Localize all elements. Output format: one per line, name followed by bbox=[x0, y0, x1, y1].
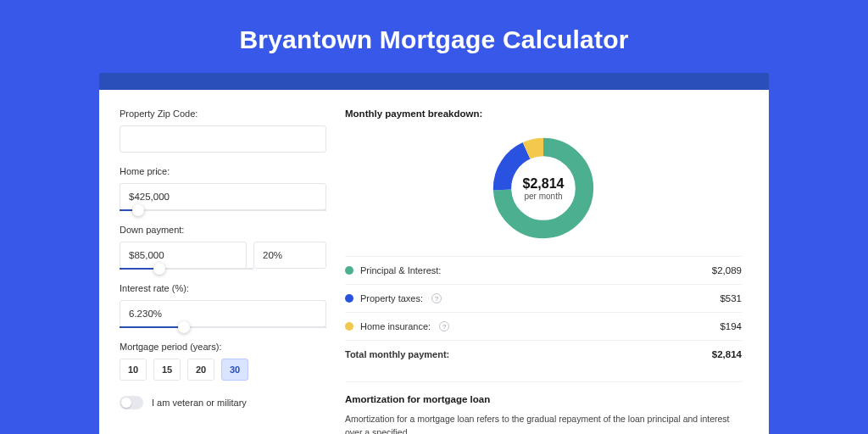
form-panel: Property Zip Code: Home price: Down paym… bbox=[120, 108, 326, 434]
down-payment-pct-input[interactable] bbox=[253, 242, 326, 269]
info-icon[interactable]: ? bbox=[439, 321, 449, 331]
down-payment-group: Down payment: bbox=[120, 225, 326, 270]
period-options: 10 15 20 30 bbox=[120, 359, 326, 381]
interest-group: Interest rate (%): bbox=[120, 283, 326, 328]
donut-center-sub: per month bbox=[524, 192, 562, 201]
down-payment-label: Down payment: bbox=[120, 225, 326, 235]
donut-center: $2,814 per month bbox=[489, 134, 598, 242]
interest-label: Interest rate (%): bbox=[120, 283, 326, 293]
interest-slider-thumb[interactable] bbox=[178, 321, 190, 333]
info-icon[interactable]: ? bbox=[431, 293, 442, 303]
amortization-title: Amortization for mortgage loan bbox=[345, 394, 742, 404]
breakdown-title: Monthly payment breakdown: bbox=[345, 108, 742, 119]
legend-dot-taxes bbox=[345, 294, 353, 303]
home-price-group: Home price: bbox=[120, 166, 326, 211]
legend-row-insurance: Home insurance: ? $194 bbox=[345, 313, 742, 341]
interest-slider[interactable] bbox=[120, 326, 326, 328]
donut-center-value: $2,814 bbox=[523, 176, 565, 192]
legend-label-total: Total monthly payment: bbox=[345, 349, 449, 359]
period-option-15[interactable]: 15 bbox=[153, 359, 181, 381]
legend-row-taxes: Property taxes: ? $531 bbox=[345, 285, 742, 313]
legend-label-taxes: Property taxes: bbox=[360, 293, 423, 303]
interest-slider-fill bbox=[120, 326, 184, 328]
veteran-toggle-knob bbox=[121, 398, 131, 408]
legend-row-total: Total monthly payment: $2,814 bbox=[345, 341, 742, 368]
home-price-input[interactable] bbox=[120, 183, 326, 210]
legend-dot-principal bbox=[345, 266, 353, 275]
interest-input[interactable] bbox=[120, 300, 326, 327]
zip-input[interactable] bbox=[120, 125, 326, 153]
home-price-label: Home price: bbox=[120, 166, 326, 176]
down-payment-slider-thumb[interactable] bbox=[153, 263, 165, 275]
home-price-slider-thumb[interactable] bbox=[132, 204, 144, 216]
period-group: Mortgage period (years): 10 15 20 30 bbox=[120, 342, 326, 381]
donut-chart: $2,814 per month bbox=[489, 134, 598, 242]
legend-row-principal: Principal & Interest: $2,089 bbox=[345, 257, 742, 285]
down-payment-amount-input[interactable] bbox=[120, 242, 247, 269]
legend-dot-insurance bbox=[345, 322, 353, 331]
period-option-30[interactable]: 30 bbox=[221, 359, 248, 381]
breakdown-panel: Monthly payment breakdown: $2,814 per mo… bbox=[345, 108, 742, 434]
veteran-row: I am veteran or military bbox=[120, 396, 326, 409]
period-option-20[interactable]: 20 bbox=[187, 359, 214, 381]
period-option-10[interactable]: 10 bbox=[120, 359, 147, 381]
legend-value-insurance: $194 bbox=[720, 321, 742, 331]
amortization-body: Amortization for a mortgage loan refers … bbox=[345, 413, 742, 434]
amortization-section: Amortization for mortgage loan Amortizat… bbox=[345, 381, 742, 434]
legend-label-principal: Principal & Interest: bbox=[360, 265, 441, 275]
calculator-card: Property Zip Code: Home price: Down paym… bbox=[99, 90, 769, 434]
period-label: Mortgage period (years): bbox=[120, 342, 326, 352]
zip-group: Property Zip Code: bbox=[120, 108, 326, 153]
legend-value-total: $2,814 bbox=[712, 349, 742, 359]
veteran-toggle[interactable] bbox=[120, 396, 143, 409]
zip-label: Property Zip Code: bbox=[120, 108, 326, 119]
legend-value-principal: $2,089 bbox=[712, 265, 742, 275]
down-payment-slider[interactable] bbox=[120, 268, 253, 270]
veteran-label: I am veteran or military bbox=[152, 398, 247, 408]
home-price-slider[interactable] bbox=[120, 209, 326, 211]
page-title: Bryantown Mortgage Calculator bbox=[0, 0, 868, 73]
legend-value-taxes: $531 bbox=[720, 293, 742, 303]
legend-label-insurance: Home insurance: bbox=[360, 321, 431, 331]
legend: Principal & Interest: $2,089 Property ta… bbox=[345, 256, 742, 368]
donut-container: $2,814 per month bbox=[345, 129, 742, 256]
